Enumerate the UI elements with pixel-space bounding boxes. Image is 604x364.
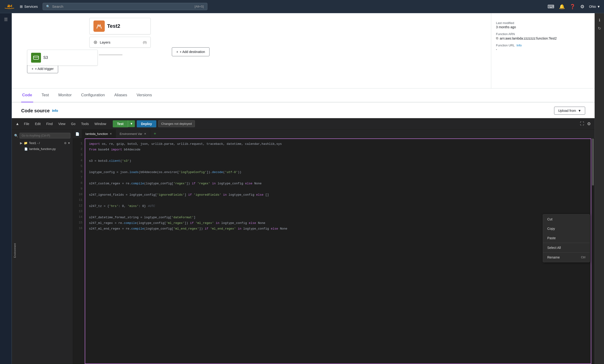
copy-arn-icon[interactable]: ⧉ [496,36,498,40]
editor-settings-icon[interactable]: ⚙ [587,121,591,126]
context-menu-paste[interactable]: Paste [543,233,590,243]
bell-icon[interactable]: 🔔 [559,4,565,9]
function-url-label: Function URL [496,44,515,47]
toolbar-go[interactable]: Go [68,118,78,129]
tab-monitor[interactable]: Monitor [57,88,73,102]
layers-label: Layers [100,40,110,44]
file-icon: 📄 [24,147,28,151]
test-button[interactable]: Test [113,120,128,127]
code-source-info-link[interactable]: Info [52,109,58,113]
file-tree-folder[interactable]: ▶ 📁 Test1 - / ⚙ ▼ [18,140,73,146]
context-menu-select-all[interactable]: Select All [543,243,590,252]
tab-close-lambda[interactable]: ✕ [110,132,112,135]
toolbar-view[interactable]: View [56,118,68,129]
editor-toolbar: ▲ File Edit Find View Go Tools Window Te… [12,118,595,129]
add-trigger-icon: + [32,67,33,71]
toolbar-right: ⛶ ⚙ [580,121,591,126]
right-edge-icon-2[interactable]: ↻ [598,26,601,31]
tab-configuration[interactable]: Configuration [80,88,106,102]
hamburger-icon[interactable]: ☰ [4,17,8,22]
page-layout: ☰ Test2 ⊛ Layers (0) [0,13,604,364]
layers-card[interactable]: ⊛ Layers (0) [89,37,151,48]
region-selector[interactable]: Ohio ▼ [589,5,600,9]
test-dropdown-button[interactable]: ▼ [128,120,135,127]
search-icon: 🔍 [46,5,50,8]
deploy-button[interactable]: Deploy [137,120,156,127]
aws-logo[interactable] [4,3,15,10]
function-arn-value: arn:aws:lambda:zzzzzzz:function:Test2 [500,37,557,40]
search-icon: 🔍 [14,134,18,138]
upload-from-dropdown-icon: ▼ [578,109,581,113]
code-line-10: s247_ignored_fields = logtype_config['ig… [89,192,587,198]
code-line-2: from base64 import b64decode [89,147,587,152]
toolbar-back-icon[interactable]: ▲ [15,122,19,126]
function-card[interactable]: Test2 [89,18,151,34]
toolbar-find[interactable]: Find [44,118,56,129]
function-url-info-link[interactable]: Info [516,44,522,47]
code-area[interactable]: import os, re, gzip, boto3, json, urllib… [85,138,591,364]
line-numbers: 1 2 3 4 5 6 7 8 9 10 11 12 13 [73,138,85,364]
search-bar[interactable]: 🔍 [Alt+S] [43,3,207,10]
code-line-7 [89,175,587,181]
code-line-15: s247_ml_regex = re.compile(logtype_confi… [89,220,587,226]
toolbar-edit[interactable]: Edit [32,118,43,129]
editor-tab-environment-var[interactable]: Environment Var ✕ [116,129,150,138]
changes-not-deployed-badge: Changes not deployed [158,120,195,127]
context-menu-cut[interactable]: Cut [543,214,590,224]
context-menu-copy[interactable]: Copy [543,224,590,233]
file-tree-search-input[interactable] [20,133,70,138]
folder-name: Test1 - / [29,141,40,145]
add-tab-button[interactable]: + [151,131,158,137]
services-button[interactable]: ⊞ Services [18,3,40,10]
tab-versions[interactable]: Versions [136,88,153,102]
help-icon[interactable]: ❓ [570,4,576,9]
code-line-1: import os, re, gzip, boto3, json, urllib… [89,141,587,147]
tab-aliases[interactable]: Aliases [113,88,128,102]
tab-code[interactable]: Code [21,88,33,102]
tab-close-env-var[interactable]: ✕ [144,132,146,135]
tab-test[interactable]: Test [41,88,50,102]
connector-line [99,55,122,55]
context-menu-rename[interactable]: Rename Ctrl [543,253,590,262]
file-tree-file[interactable]: 📄 lambda_function.py [18,146,73,152]
code-line-11 [89,198,587,203]
search-input[interactable] [52,4,192,9]
rename-shortcut: Ctrl [581,256,585,259]
settings-icon[interactable]: ⚙ [580,4,584,9]
left-sidebar: ☰ [0,13,12,364]
file-tree: 🔍 Environment ▶ 📁 Test1 - / ⚙ [12,129,73,364]
terminal-icon[interactable]: ⌨ [548,4,554,9]
editor-main: 📄 lambda_function ✕ Environment Var ✕ + [73,129,595,364]
toolbar-window[interactable]: Window [92,118,109,129]
s3-icon-box [31,53,41,63]
function-url-section: Function URL Info - [496,44,590,51]
editor-scrollbar[interactable] [591,138,595,364]
toolbar-file[interactable]: File [21,118,32,129]
toolbar-tools[interactable]: Tools [78,118,92,129]
right-edge-icon-1[interactable]: ℹ [599,18,600,22]
last-modified-section: Last modified 3 months ago [496,21,590,29]
folder-more-icon[interactable]: ▼ [68,141,70,145]
function-arn-section: Function ARN ⧉ arn:aws:lambda:zzzzzzz:fu… [496,32,590,40]
add-destination-button[interactable]: + + Add destination [172,47,210,56]
code-line-4: s3 = boto3.client('s3') [89,158,587,164]
upload-from-button[interactable]: Upload from ▼ [554,107,585,115]
function-url-value: - [496,48,590,51]
code-source-title: Code source Info [21,108,58,113]
folder-expand-icon: ▶ [20,141,22,145]
editor-tab-lambda-function[interactable]: lambda_function ✕ [82,129,116,138]
editor-content[interactable]: 1 2 3 4 5 6 7 8 9 10 11 12 13 [73,138,595,364]
lambda-diagram: Test2 ⊛ Layers (0) S3 [12,13,595,88]
scrollbar-thumb[interactable] [592,138,594,186]
expand-icon[interactable]: ⛶ [580,121,584,126]
folder-gear-icon[interactable]: ⚙ [64,141,67,145]
folder-icon: 📁 [24,141,27,145]
code-line-8: s247_custom_regex = re.compile(logtype_c… [89,181,587,187]
function-name: Test2 [107,23,120,29]
code-line-16: s247_ml_end_regex = re.compile(logtype_c… [89,226,587,232]
s3-trigger[interactable]: S3 [27,50,98,66]
layers-count: (0) [143,40,147,44]
lambda-icon-box [93,21,105,32]
file-name: lambda_function.py [29,147,56,151]
code-line-5 [89,164,587,170]
